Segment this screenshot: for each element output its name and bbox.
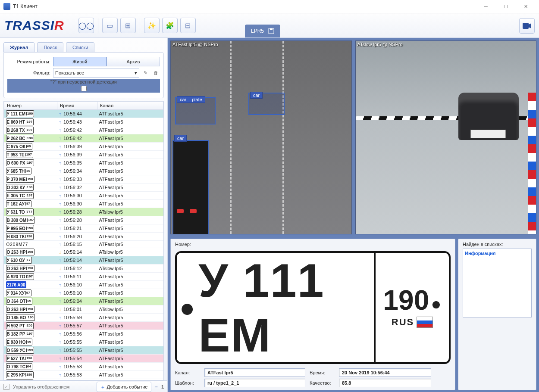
edit-filter-button[interactable]: ✎	[141, 68, 150, 77]
table-row[interactable]: О 303 КУ190↑ 10:56:32ATFast lpr5	[4, 184, 163, 192]
meta-template-value: ru / type1_2_1	[204, 379, 305, 387]
mode-live-button[interactable]: Живой	[53, 57, 107, 66]
minimize-button[interactable]: ─	[476, 0, 496, 13]
wand-button[interactable]: ✨	[144, 18, 160, 33]
svg-marker-3	[529, 23, 531, 28]
tab-search[interactable]: Поиск	[37, 42, 63, 52]
video-left-title: ATFast lpr5 @ NSPro	[172, 42, 218, 47]
video-left[interactable]: ATFast lpr5 @ NSPro car plate car car	[170, 40, 352, 234]
chevron-down-icon: ▾	[135, 70, 137, 76]
table-row[interactable]: В 268 ТХ197↑ 10:56:42ATFast lpr5	[4, 126, 163, 134]
window-title: Т1 Клиент	[13, 3, 476, 9]
close-button[interactable]: ✕	[516, 0, 536, 13]
table-row[interactable]: О 185 ВО190↑ 10:55:59ATFast lpr5	[4, 314, 163, 322]
table-row[interactable]: Р 995 ЕО150↑ 10:56:21ATFast lpr5	[4, 224, 163, 233]
mode-archive-button[interactable]: Архив	[107, 57, 160, 66]
maximize-button[interactable]: ☐	[496, 0, 516, 13]
mode-label: Режим работы:	[7, 59, 50, 64]
filter-select[interactable]: Показать все ▾	[53, 68, 139, 78]
meta-template-label: Шаблон:	[175, 380, 202, 386]
left-panel: Журнал Поиск Списки Режим работы: Живой …	[0, 38, 168, 392]
module-tab-label: LPR5	[251, 28, 264, 34]
tab-journal[interactable]: Журнал	[3, 42, 34, 52]
table-row[interactable]: Р 527 ТА190↑ 10:55:54ATFast lpr5	[4, 355, 163, 363]
col-time[interactable]: Время	[57, 102, 97, 110]
meta-quality-label: Качество:	[310, 380, 336, 386]
layout-button[interactable]: ⊟	[180, 18, 196, 33]
table-row[interactable]: Н 592 РТ150↑ 10:55:57ATFast lpr5	[4, 322, 163, 330]
plate-main: У 111 ЕМ	[198, 253, 374, 362]
footer-count: 1	[161, 384, 164, 389]
record-button[interactable]: ◯◯	[78, 18, 94, 33]
found-label: Найден в списках:	[463, 242, 532, 247]
label-car: car	[174, 135, 187, 142]
camera-button[interactable]	[519, 18, 535, 34]
db-icon: ≡	[155, 384, 157, 389]
table-row[interactable]: О 559 УС199↑ 10:55:55ATFast lpr5	[4, 346, 163, 355]
video-right[interactable]: ATslow lpr5 @ NSPro	[355, 40, 537, 234]
module-tab[interactable]: LPR5	[245, 25, 280, 37]
table-row[interactable]: О 364 ОТ69↑ 10:56:04ATFast lpr5	[4, 297, 163, 305]
filter-value: Показать все	[55, 70, 84, 75]
table-row[interactable]: С 975 ОК69↑ 10:56:39ATFast lpr5	[4, 143, 163, 151]
detail-panel: Номер: ●У 111 ЕМ 190● RUS Канал:ATFast l…	[170, 239, 455, 390]
table-row[interactable]: Е 069 НТ197↑ 10:56:43ATFast lpr5	[4, 118, 163, 126]
chat-button[interactable]: ▭	[102, 18, 118, 33]
col-channel[interactable]: Канал	[97, 102, 163, 110]
table-row[interactable]: В 182 РР197↑ 10:55:56ATFast lpr5	[4, 330, 163, 338]
table-row[interactable]: Р 370 МЕ190↑ 10:56:33ATFast lpr5	[4, 175, 163, 184]
save-icon	[268, 28, 274, 34]
col-number[interactable]: Номер	[4, 102, 57, 110]
table-row[interactable]: Р 262 ВС190↑ 10:56:42ATFast lpr5	[4, 134, 163, 143]
table-row[interactable]: А 920 ТО197↑ 10:56:11ATFast lpr5	[4, 273, 163, 281]
table-row[interactable]: О 798 ТС64↑ 10:55:53ATFast lpr5	[4, 363, 163, 371]
filter-label: Фильтр:	[7, 70, 50, 75]
video-right-title: ATslow lpr5 @ NSPro	[357, 42, 403, 47]
table-row[interactable]: У 111 ЕМ190↑ 10:56:44ATFast lpr5	[4, 110, 163, 118]
table-row[interactable]: О 263 НР190↓ 10:56:01ATslow lpr5	[4, 305, 163, 314]
plate-rus: RUS	[392, 317, 414, 328]
table-row[interactable]: Н 083 ТК190↑ 10:56:20ATFast lpr5	[4, 233, 163, 241]
table-row[interactable]: 2176 A00↑ 10:56:10ATFast lpr5	[4, 281, 163, 289]
manage-checkbox[interactable]: ✓	[3, 384, 9, 390]
table-row[interactable]: В 380 ОМ197↑ 10:56:28ATFast lpr5	[4, 216, 163, 224]
plus-icon: ＋	[100, 384, 105, 390]
meta-time-value: 20 Nov 2019 10:56:44	[339, 368, 431, 377]
main-toolbar: TRASSIR ◯◯ ▭ ⊞ ✨ 🧩 ⊟ LPR5	[0, 13, 539, 38]
table-row[interactable]: О 600 РХ197↑ 10:56:35ATFast lpr5	[4, 159, 163, 167]
camera-icon	[523, 23, 531, 29]
uncertain-checkbox[interactable]	[81, 86, 87, 91]
table-row[interactable]: Т 953 ТЕ197↑ 10:56:39ATFast lpr5	[4, 151, 163, 159]
titlebar: Т1 Клиент ─ ☐ ✕	[0, 0, 539, 13]
table-row[interactable]: У 610 ОУ17↑ 10:56:14ATFast lpr5	[4, 256, 163, 264]
table-row[interactable]: О 263 НР190↓ 10:56:14ATslow lpr5	[4, 248, 163, 256]
tab-lists[interactable]: Списки	[66, 42, 95, 52]
uncertain-label: "?" при неуверенной детекции	[50, 79, 117, 84]
events-table[interactable]: Номер Время Канал У 111 ЕМ190↑ 10:56:44A…	[3, 101, 164, 380]
table-row[interactable]: O209M77↑ 10:56:15ATFast lpr5	[4, 241, 163, 248]
plugin-button[interactable]: 🧩	[162, 18, 178, 33]
number-label: Номер:	[175, 242, 451, 247]
app-icon	[3, 3, 10, 10]
table-row[interactable]: У 631 ТО777↑ 10:56:28ATslow lpr5	[4, 208, 163, 216]
manage-label: Управлять отображением	[13, 384, 69, 389]
label-car: car	[177, 96, 189, 103]
delete-filter-button[interactable]: 🗑	[151, 68, 160, 77]
table-row[interactable]: Т 162 АУ97↑ 10:56:30ATFast lpr5	[4, 200, 163, 208]
meta-channel-value: ATFast lpr5	[204, 368, 305, 377]
table-row[interactable]: Е 930 НО99↑ 10:55:55ATFast lpr5	[4, 338, 163, 346]
found-panel: Найден в списках: Информация	[458, 239, 536, 390]
tree-button[interactable]: ⊞	[120, 18, 136, 33]
table-row[interactable]: У 685 ТН36↑ 10:56:34ATFast lpr5	[4, 167, 163, 175]
meta-quality-value: 85.8	[339, 379, 431, 387]
table-row[interactable]: О 263 НР190↓ 10:56:12ATslow lpr5	[4, 264, 163, 273]
table-row[interactable]: Е 295 КР190↑ 10:55:53ATFast lpr5	[4, 371, 163, 379]
add-event-button[interactable]: ＋ Добавить событие	[97, 382, 152, 392]
left-footer: ✓ Управлять отображением ＋ Добавить собы…	[0, 380, 167, 392]
info-link[interactable]: Информация	[465, 251, 495, 256]
controls-panel: Режим работы: Живой Архив Фильтр: Показа…	[3, 52, 164, 98]
flag-icon	[417, 317, 433, 328]
table-row[interactable]: Е 305 ТС197↑ 10:56:30ATFast lpr5	[4, 192, 163, 200]
svg-rect-2	[523, 23, 529, 29]
table-row[interactable]: У 914 ХУ97↑ 10:56:10ATFast lpr5	[4, 289, 163, 297]
